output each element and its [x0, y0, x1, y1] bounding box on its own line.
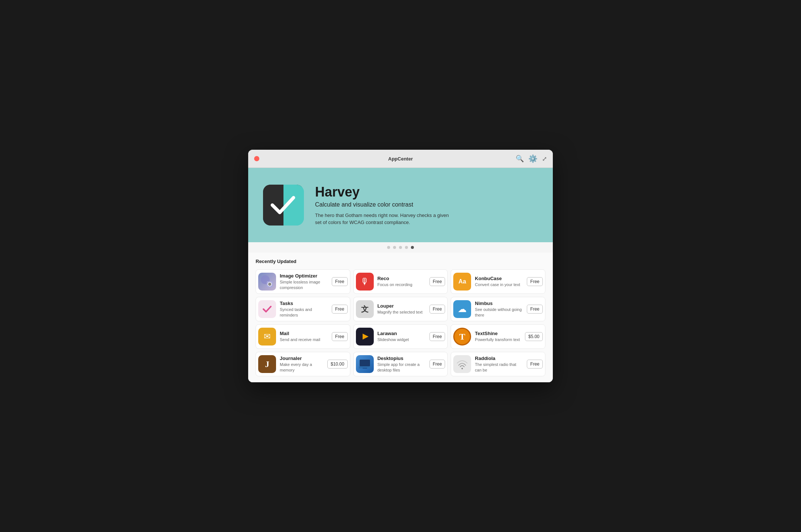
app-info-louper: LouperMagnify the selected text	[377, 303, 426, 315]
app-name: TextShine	[475, 331, 521, 336]
app-icon-louper: 文	[356, 300, 374, 318]
apps-grid: Image OptimizerSimple lossless image com…	[256, 269, 545, 376]
app-price-reco[interactable]: Free	[429, 277, 445, 286]
dot-2[interactable]	[393, 246, 396, 249]
app-icon-konbucase: Aa	[453, 273, 471, 291]
app-name: Desktopius	[377, 356, 426, 361]
app-price-journaler[interactable]: $10.00	[327, 360, 348, 369]
app-price-nimbus[interactable]: Free	[527, 305, 543, 314]
hero-title: Harvey	[315, 184, 538, 200]
app-icon-journaler: J	[258, 355, 276, 373]
app-price-image-optimizer[interactable]: Free	[332, 277, 348, 286]
app-icon-image-optimizer	[258, 273, 276, 291]
list-item: JJournalerMake every day a memory$10.00	[256, 352, 350, 376]
hero-content: Harvey Calculate and visualize color con…	[315, 184, 538, 226]
dot-1[interactable]	[387, 246, 390, 249]
app-info-raddiola: RaddiolaThe simplest radio that can be	[475, 356, 523, 373]
carousel-dots	[248, 242, 553, 253]
app-info-image-optimizer: Image OptimizerSimple lossless image com…	[280, 273, 328, 290]
app-price-desktopius[interactable]: Free	[429, 360, 445, 369]
app-info-tasks: TasksSynced tasks and reminders	[280, 301, 328, 318]
app-info-mail: MailSend and receive mail	[280, 331, 328, 342]
app-name: Louper	[377, 303, 426, 309]
titlebar: × AppCenter 🔍 ⚙️ ⤢	[248, 150, 553, 168]
expand-button[interactable]: ⤢	[542, 155, 547, 162]
hero-subtitle: Calculate and visualize color contrast	[315, 201, 538, 208]
list-item: TasksSynced tasks and remindersFree	[256, 297, 350, 321]
app-price-konbucase[interactable]: Free	[527, 277, 543, 286]
dot-5[interactable]	[411, 246, 414, 249]
app-name: KonbuCase	[475, 276, 523, 281]
hero-description: The hero that Gotham needs right now. Ha…	[315, 212, 456, 226]
app-icon-nimbus: ☁	[453, 300, 471, 318]
dot-4[interactable]	[405, 246, 408, 249]
harvey-icon-svg	[263, 185, 304, 226]
titlebar-left: ×	[254, 156, 259, 161]
app-description: Slideshow widget	[377, 337, 426, 342]
app-description: The simplest radio that can be	[475, 362, 523, 373]
svg-rect-7	[360, 360, 370, 366]
app-description: Powerfully transform text	[475, 337, 521, 342]
search-button[interactable]: 🔍	[516, 155, 524, 163]
app-description: Magnify the selected text	[377, 309, 426, 315]
app-description: Make every day a memory	[280, 362, 324, 373]
app-price-tasks[interactable]: Free	[332, 305, 348, 314]
window-title: AppCenter	[388, 156, 413, 162]
list-item: DesktopiusSimple app for create a deskto…	[353, 352, 448, 376]
app-price-larawan[interactable]: Free	[429, 332, 445, 341]
app-description: Convert case in your text	[475, 282, 523, 287]
app-icon-textshine: T	[453, 328, 471, 346]
list-item: ☁NimbusSee outside without going thereFr…	[451, 297, 545, 321]
app-description: Send and receive mail	[280, 337, 328, 342]
app-price-raddiola[interactable]: Free	[527, 360, 543, 369]
app-name: Nimbus	[475, 301, 523, 306]
svg-point-5	[268, 282, 272, 286]
app-icon-reco: 🎙	[356, 273, 374, 291]
app-name: Larawan	[377, 331, 426, 336]
app-name: Mail	[280, 331, 328, 336]
hero-banner: Harvey Calculate and visualize color con…	[248, 168, 553, 242]
app-name: Raddiola	[475, 356, 523, 361]
list-item: Image OptimizerSimple lossless image com…	[256, 269, 350, 294]
app-description: Simple app for create a desktop files	[377, 362, 426, 373]
list-item: AaKonbuCaseConvert case in your textFree	[451, 269, 545, 294]
app-name: Image Optimizer	[280, 273, 328, 279]
svg-rect-9	[363, 368, 367, 369]
dot-3[interactable]	[399, 246, 402, 249]
hero-app-icon	[263, 185, 304, 226]
settings-badge-button[interactable]: ⚙️	[528, 154, 538, 163]
app-info-konbucase: KonbuCaseConvert case in your text	[475, 276, 523, 287]
close-button[interactable]: ×	[254, 156, 259, 161]
app-price-louper[interactable]: Free	[429, 305, 445, 314]
app-info-textshine: TextShinePowerfully transform text	[475, 331, 521, 342]
main-content: Recently Updated Image OptimizerSimple l…	[248, 253, 553, 382]
list-item: RaddiolaThe simplest radio that can beFr…	[451, 352, 545, 376]
app-window: × AppCenter 🔍 ⚙️ ⤢ Harvey Calculate and …	[248, 150, 553, 382]
app-description: Focus on recording	[377, 282, 426, 287]
list-item: 🎙RecoFocus on recordingFree	[353, 269, 448, 294]
app-description: Synced tasks and reminders	[280, 307, 328, 318]
list-item: TTextShinePowerfully transform text$5.00	[451, 324, 545, 349]
app-info-larawan: LarawanSlideshow widget	[377, 331, 426, 342]
app-name: Reco	[377, 276, 426, 281]
app-name: Tasks	[280, 301, 328, 306]
app-price-mail[interactable]: Free	[332, 332, 348, 341]
app-info-desktopius: DesktopiusSimple app for create a deskto…	[377, 356, 426, 373]
app-info-reco: RecoFocus on recording	[377, 276, 426, 287]
app-name: Journaler	[280, 356, 324, 361]
svg-marker-6	[363, 334, 369, 340]
app-icon-tasks	[258, 300, 276, 318]
app-info-journaler: JournalerMake every day a memory	[280, 356, 324, 373]
app-description: Simple lossless image compression	[280, 279, 328, 290]
app-price-textshine[interactable]: $5.00	[525, 332, 543, 341]
app-info-nimbus: NimbusSee outside without going there	[475, 301, 523, 318]
list-item: 文LouperMagnify the selected textFree	[353, 297, 448, 321]
titlebar-right: 🔍 ⚙️ ⤢	[516, 154, 547, 163]
app-icon-raddiola	[453, 355, 471, 373]
list-item: ✉MailSend and receive mailFree	[256, 324, 350, 349]
app-description: See outside without going there	[475, 307, 523, 318]
app-icon-mail: ✉	[258, 328, 276, 346]
app-icon-desktopius	[356, 355, 374, 373]
svg-point-10	[461, 368, 463, 369]
app-icon-larawan	[356, 328, 374, 346]
